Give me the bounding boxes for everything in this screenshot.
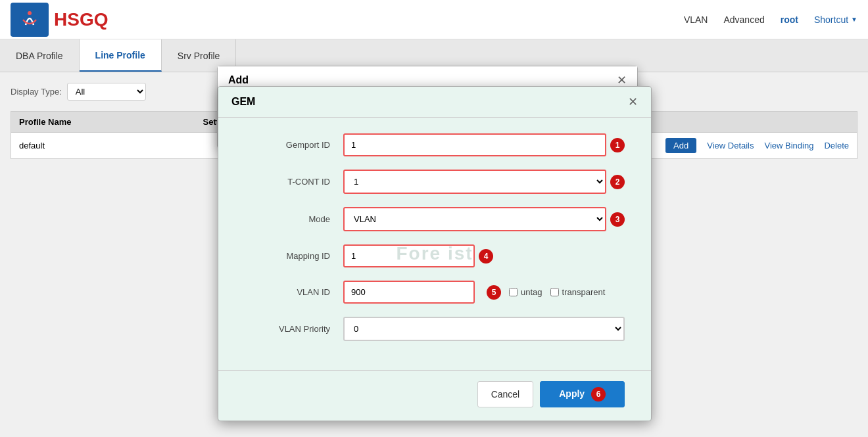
nav-advanced[interactable]: Advanced (723, 14, 764, 25)
mapping-id-label: Mapping ID (245, 251, 330, 261)
gem-dialog-title: GEM (231, 96, 255, 108)
col-profile-name: Profile Name (19, 117, 71, 127)
mode-row: Mode VLAN TLS GEM 3 (245, 207, 625, 231)
svg-point-1 (28, 11, 32, 15)
mapping-id-input[interactable] (343, 244, 475, 267)
logo-box (11, 3, 49, 37)
vlan-id-input[interactable] (343, 281, 475, 304)
gem-dialog-footer: Cancel Apply 6 (218, 370, 651, 421)
vlan-priority-row: VLAN Priority 0 1 2 3 4 5 6 7 (245, 317, 625, 341)
step-5-badge: 5 (487, 285, 501, 300)
mode-select[interactable]: VLAN TLS GEM (343, 207, 606, 231)
nav-root[interactable]: root (781, 14, 798, 25)
topbar: HSGQ VLAN Advanced root Shortcut ▼ (0, 0, 868, 39)
gemport-id-row: Gemport ID 1 (245, 133, 625, 156)
untag-checkbox[interactable] (509, 288, 518, 296)
add-dialog-title: Add (228, 74, 249, 86)
gem-dialog: GEM ✕ Gemport ID 1 T-CONT ID 1 2 3 (218, 86, 652, 421)
step-2-badge: 2 (610, 175, 625, 189)
nav-vlan[interactable]: VLAN (684, 14, 708, 25)
shortcut-chevron-icon: ▼ (851, 16, 857, 23)
tcont-id-select[interactable]: 1 2 3 4 (343, 170, 606, 194)
row-profile-name: default (19, 141, 151, 150)
tcont-id-row: T-CONT ID 1 2 3 4 2 (245, 170, 625, 194)
add-dialog: Add ✕ Profile Name GEM ✕ Gemport ID 1 (217, 66, 638, 149)
untag-label: untag (509, 287, 542, 297)
vlan-id-group: 5 untag transparent (343, 281, 605, 304)
step-3-badge: 3 (610, 212, 625, 227)
tcont-id-label: T-CONT ID (245, 177, 330, 187)
step-4-badge: 4 (479, 249, 493, 264)
step-1-badge: 1 (610, 138, 625, 152)
step-6-badge: 6 (591, 387, 606, 402)
logo-icon (16, 7, 43, 33)
transparent-label: transparent (550, 287, 606, 297)
view-details-link[interactable]: View Details (707, 141, 754, 150)
transparent-checkbox[interactable] (550, 288, 559, 296)
vlan-priority-label: VLAN Priority (245, 324, 330, 334)
gem-dialog-header: GEM ✕ (218, 87, 651, 118)
gem-dialog-close-button[interactable]: ✕ (628, 96, 638, 108)
vlan-id-row: VLAN ID 5 untag transparent (245, 281, 625, 304)
gemport-id-input[interactable] (343, 133, 606, 156)
logo-area: HSGQ (11, 3, 108, 37)
main-content: Display Type: All Profile Name Setting d… (0, 72, 868, 437)
logo-text: HSGQ (54, 9, 108, 30)
vlan-id-label: VLAN ID (245, 287, 330, 297)
vlan-priority-select[interactable]: 0 1 2 3 4 5 6 7 (343, 317, 625, 341)
tab-line-profile[interactable]: Line Profile (80, 39, 162, 72)
mode-label: Mode (245, 214, 330, 224)
view-binding-link[interactable]: View Binding (765, 141, 814, 150)
add-button[interactable]: Add (665, 138, 696, 153)
gem-dialog-body: Gemport ID 1 T-CONT ID 1 2 3 4 2 (218, 118, 651, 370)
nav-shortcut[interactable]: Shortcut ▼ (814, 14, 857, 25)
delete-link[interactable]: Delete (824, 141, 849, 150)
tab-dba-profile[interactable]: DBA Profile (0, 39, 80, 72)
cancel-button[interactable]: Cancel (477, 381, 534, 407)
display-type-label: Display Type: (11, 87, 62, 97)
mapping-id-row: Mapping ID 4 (245, 244, 625, 267)
display-type-select[interactable]: All (67, 83, 146, 101)
gemport-id-label: Gemport ID (245, 140, 330, 150)
apply-button[interactable]: Apply 6 (540, 381, 625, 407)
topbar-nav: VLAN Advanced root Shortcut ▼ (684, 14, 857, 25)
add-dialog-close-button[interactable]: ✕ (617, 74, 627, 86)
